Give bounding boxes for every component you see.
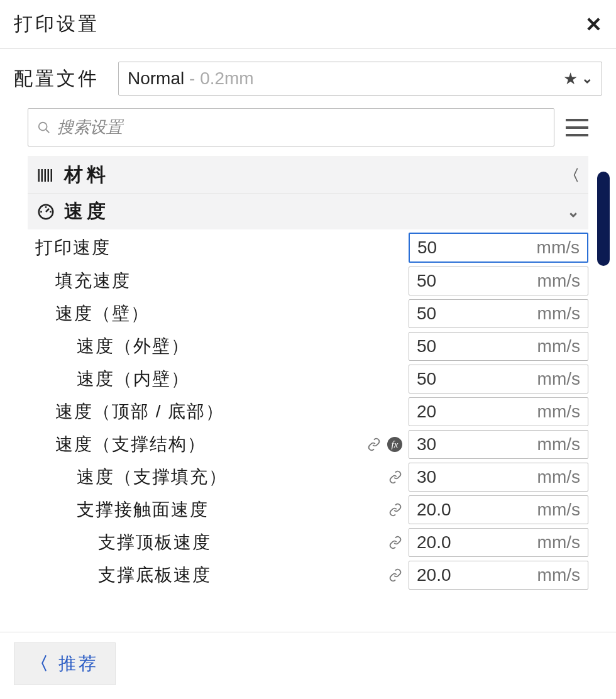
window-title: 打印设置 [14,11,99,37]
profile-sep: - [184,69,200,88]
section-header-speed[interactable]: 速度 ⌄ [28,193,588,229]
setting-label: 速度（支撑结构） [28,432,367,456]
profile-name: Normal [128,69,184,88]
chevron-left-icon: 〈 [31,652,51,676]
value-field-print_speed[interactable]: 50mm/s [409,233,588,263]
unit: mm/s [537,271,580,291]
chevron-down-icon[interactable]: ⌄ [581,70,593,87]
setting-row-support_infill_speed: 速度（支撑填充）30mm/s [28,461,588,493]
value: 50 [417,369,436,389]
value: 50 [417,271,436,291]
setting-label: 速度（壁） [28,302,402,326]
setting-row-inner_wall_speed: 速度（内壁）50mm/s [28,363,588,395]
value-field-support_interface_speed[interactable]: 20.0mm/s [409,495,588,524]
profile-row: 配置文件 Normal - 0.2mm ★ ⌄ [0,49,616,104]
unit: mm/s [537,336,580,356]
profile-detail: 0.2mm [200,69,254,88]
search-placeholder: 搜索设置 [57,116,123,138]
chevron-down-icon: ⌄ [567,203,580,221]
material-icon [36,166,64,185]
setting-row-support_interface_speed: 支撑接触面速度20.0mm/s [28,493,588,526]
unit: mm/s [537,369,580,389]
setting-row-support_roof_speed: 支撑顶板速度20.0mm/s [28,526,588,559]
unit: mm/s [537,402,580,422]
header: 打印设置 ✕ [0,0,616,49]
setting-row-support_speed: 速度（支撑结构）fx30mm/s [28,428,588,461]
value-field-support_floor_speed[interactable]: 20.0mm/s [409,561,588,590]
value-field-top_bottom_speed[interactable]: 20mm/s [409,397,588,426]
section-title-speed: 速度 [64,199,567,224]
unit: mm/s [537,467,580,487]
setting-row-top_bottom_speed: 速度（顶部 / 底部）20mm/s [28,395,588,428]
scrollbar[interactable] [597,172,610,266]
value: 30 [417,434,436,454]
hamburger-icon[interactable] [566,119,588,136]
link-icon[interactable] [388,470,402,484]
setting-label: 打印速度 [28,236,402,260]
svg-point-0 [39,122,47,130]
value-field-support_infill_speed[interactable]: 30mm/s [409,463,588,492]
search-row: 搜索设置 [0,104,616,157]
chevron-left-icon: 〈 [564,165,580,185]
setting-row-wall_speed: 速度（壁）50mm/s [28,297,588,330]
value-field-support_roof_speed[interactable]: 20.0mm/s [409,528,588,557]
section-title-material: 材料 [64,162,564,188]
settings-container: 材料 〈 速度 ⌄ 打印速度50mm/s填充速度50mm/s速度（壁）50mm/… [0,157,616,592]
row-icons [388,470,409,484]
value: 50 [417,238,437,258]
gauge-icon [36,202,64,221]
value-field-infill_speed[interactable]: 50mm/s [409,267,588,295]
close-icon[interactable]: ✕ [585,13,602,36]
unit: mm/s [537,565,580,585]
row-icons [388,568,409,582]
section-header-material[interactable]: 材料 〈 [28,157,588,193]
setting-label: 填充速度 [28,269,402,293]
search-icon [37,121,51,135]
search-input[interactable]: 搜索设置 [28,108,554,146]
unit: mm/s [537,304,580,324]
value: 30 [417,467,436,487]
link-icon[interactable] [388,536,402,549]
star-icon[interactable]: ★ [563,69,578,89]
setting-label: 支撑底板速度 [28,563,388,587]
value: 20.0 [417,500,451,520]
link-icon[interactable] [388,568,402,582]
setting-label: 支撑接触面速度 [28,498,388,522]
setting-label: 速度（支撑填充） [28,465,388,489]
setting-label: 支撑顶板速度 [28,531,388,554]
setting-row-print_speed: 打印速度50mm/s [28,231,588,265]
row-icons: fx [367,437,409,452]
recommend-button[interactable]: 〈 推荐 [14,642,116,685]
setting-row-infill_speed: 填充速度50mm/s [28,265,588,297]
profile-label: 配置文件 [14,66,99,92]
speed-settings-list: 打印速度50mm/s填充速度50mm/s速度（壁）50mm/s速度（外壁）50m… [28,231,588,592]
unit: mm/s [537,532,580,553]
value: 20.0 [417,565,451,585]
setting-row-support_floor_speed: 支撑底板速度20.0mm/s [28,559,588,592]
fx-icon[interactable]: fx [387,437,402,452]
unit: mm/s [537,434,580,454]
value-field-wall_speed[interactable]: 50mm/s [409,299,588,328]
unit: mm/s [537,500,580,520]
footer: 〈 推荐 [0,632,616,699]
unit: mm/s [537,238,580,258]
setting-row-outer_wall_speed: 速度（外壁）50mm/s [28,330,588,363]
profile-select[interactable]: Normal - 0.2mm ★ ⌄ [118,62,602,96]
link-icon[interactable] [388,503,402,517]
setting-label: 速度（内壁） [28,367,402,391]
value: 20 [417,402,436,422]
value-field-outer_wall_speed[interactable]: 50mm/s [409,332,588,361]
value: 50 [417,304,436,324]
svg-line-1 [46,129,50,133]
row-icons [388,503,409,517]
value: 20.0 [417,532,451,553]
link-icon[interactable] [367,438,381,451]
value-field-support_speed[interactable]: 30mm/s [409,430,588,459]
profile-icons: ★ ⌄ [563,69,593,89]
setting-label: 速度（顶部 / 底部） [28,400,402,424]
setting-label: 速度（外壁） [28,334,402,358]
recommend-label: 推荐 [58,652,99,676]
profile-text: Normal - 0.2mm [128,69,254,89]
svg-line-8 [46,209,49,212]
value-field-inner_wall_speed[interactable]: 50mm/s [409,365,588,394]
